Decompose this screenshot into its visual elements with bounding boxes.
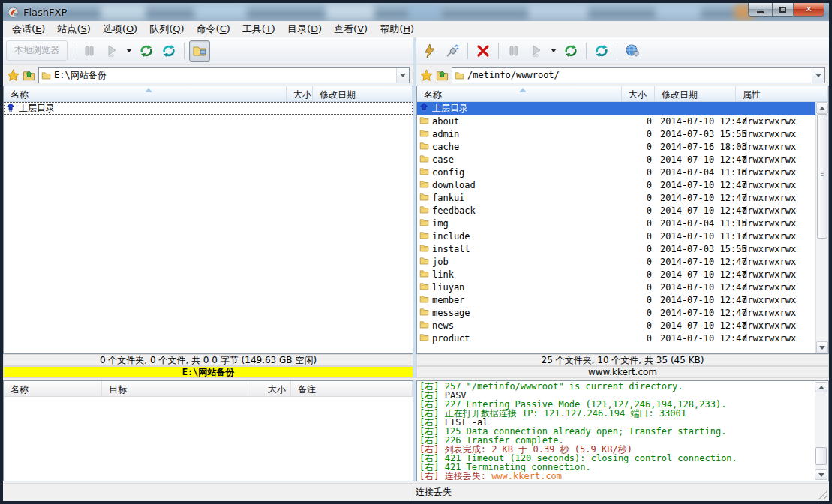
remote-path-combobox[interactable]: /metinfo/wwwroot/ [452,67,825,83]
file-row[interactable]: install02014-07-03 15:55drwxrwxrwx [417,242,815,255]
log-scrollbar[interactable] [815,382,827,480]
file-row[interactable]: admin02014-07-03 15:55drwxrwxrwx [417,128,815,140]
menu-item[interactable]: 队列(Q) [143,21,190,38]
start-queue-button[interactable]: GO [526,40,547,62]
folder-view-toggle-button[interactable] [189,40,210,62]
remote-path-dropdown-button[interactable] [812,68,824,82]
file-row[interactable]: product02014-07-10 12:47drwxrwxrwx [417,332,815,344]
local-path-combobox[interactable]: E:\网站备份 [38,67,410,83]
log-link[interactable]: www.kkert.com [486,471,562,480]
menu-item[interactable]: 查看(V) [328,21,374,38]
queue-column-target[interactable]: 目标 [102,381,248,396]
file-attr: drwxrwxrwx [736,142,815,152]
log-lines[interactable]: [右] 257 "/metinfo/wwwroot" is current di… [419,382,815,480]
column-header-date[interactable]: 修改日期 [655,86,736,101]
menu-item[interactable]: 会话(E) [6,21,51,38]
folder-icon [419,256,429,266]
local-file-list[interactable]: 上层目录 [4,102,413,353]
favorites-star-icon[interactable] [7,69,20,82]
favorites-star-icon[interactable] [420,69,433,82]
file-size: 0 [622,206,655,216]
start-dropdown-caret-icon[interactable] [126,49,132,52]
site-manager-button[interactable] [622,40,643,62]
scroll-down-button[interactable] [816,341,828,353]
start-queue-button[interactable]: GO [101,40,122,62]
refresh-remote-button[interactable] [591,40,612,62]
file-row[interactable]: job02014-07-10 12:47drwxrwxrwx [417,255,815,268]
folder-icon-slot [419,179,429,191]
sort-ascending-icon [519,88,527,92]
scroll-down-button[interactable] [815,470,827,480]
file-row[interactable]: member02014-07-10 12:47drwxrwxrwx [417,293,815,306]
file-row[interactable]: download02014-07-10 12:47drwxrwxrwx [417,178,815,191]
queue-column-note[interactable]: 备注 [291,381,413,396]
menu-item[interactable]: 命令(C) [191,21,236,38]
menu-item[interactable]: 选项(O) [97,21,143,38]
scrollbar-track[interactable] [815,392,827,470]
menu-item[interactable]: 目录(D) [281,21,328,38]
local-path-dropdown-button[interactable] [396,68,409,82]
remote-file-list[interactable]: 上层目录 about02014-07-10 12:47drwxrwxrwx ad… [417,102,828,353]
file-attr: drwxrwxrwx [736,320,815,331]
file-row[interactable]: about02014-07-10 12:47drwxrwxrwx [417,115,815,128]
file-row[interactable]: case02014-07-10 12:47drwxrwxrwx [417,153,815,166]
quick-connect-button[interactable] [419,40,440,62]
pause-icon [83,45,95,57]
column-header-name[interactable]: 名称 [4,86,287,101]
scroll-up-button[interactable] [815,382,827,392]
folder-view-toggle-icon [192,44,207,58]
queue-column-size[interactable]: 大小 [248,381,291,396]
file-row[interactable]: img02014-07-04 11:15drwxrwxrwx [417,217,815,230]
local-browser-button[interactable]: 本地浏览器 [6,40,68,61]
log-text: 连接丢失: [445,471,486,480]
file-row[interactable]: cache02014-07-16 18:03drwxrwxrwx [417,140,815,153]
file-row[interactable]: fankui02014-07-10 12:47drwxrwxrwx [417,191,815,204]
column-header-size[interactable]: 大小 [287,86,313,101]
file-row[interactable]: include02014-07-10 11:17drwxrwxrwx [417,230,815,242]
file-row[interactable]: message02014-07-10 12:47drwxrwxrwx [417,306,815,319]
remote-list-scrollbar[interactable] [815,102,828,353]
maximize-button[interactable] [772,3,793,16]
transfer-mode-button[interactable] [560,40,581,62]
start-dropdown-caret-icon[interactable] [551,49,557,52]
folder-up-icon[interactable] [23,69,35,82]
column-header-name[interactable]: 名称 [417,86,622,101]
column-header-size[interactable]: 大小 [622,86,655,101]
connect-button[interactable] [442,40,463,62]
resize-grip[interactable] [818,490,827,500]
file-row[interactable]: news02014-07-10 12:47drwxrwxrwx [417,319,815,332]
scrollbar-thumb[interactable] [817,114,827,238]
connection-status-text: 连接丢失 [410,486,829,499]
file-row[interactable]: link02014-07-10 12:47drwxrwxrwx [417,268,815,280]
file-row[interactable]: liuyan02014-07-10 12:47drwxrwxrwx [417,280,815,293]
scrollbar-thumb[interactable] [815,447,827,465]
file-row[interactable]: config02014-07-04 11:16drwxrwxrwx [417,166,815,178]
menu-item[interactable]: 帮助(H) [374,21,420,38]
title-bar[interactable]: FlashFXP ✕ [3,3,829,21]
log-text: 257 "/metinfo/wwwroot" is current direct… [445,382,683,392]
minimize-button[interactable] [748,3,772,16]
column-header-date[interactable]: 修改日期 [313,86,413,101]
menu-item[interactable]: 站点(S) [51,21,96,38]
queue-list[interactable] [4,397,413,481]
glass-reflection [194,4,247,20]
scroll-up-button[interactable] [816,102,828,114]
parent-directory-row[interactable]: 上层目录 [417,102,815,115]
pause-button[interactable] [503,40,524,62]
column-header-attr[interactable]: 属性 [736,86,828,101]
menu-item[interactable]: 工具(T) [236,21,281,38]
queue-column-name[interactable]: 名称 [4,381,102,396]
pause-button[interactable] [79,40,100,62]
folder-up-icon[interactable] [436,69,449,82]
local-path-value: E:\网站备份 [54,69,396,82]
parent-directory-row[interactable]: 上层目录 [4,102,413,115]
file-row[interactable]: feedback02014-07-10 12:47drwxrwxrwx [417,204,815,217]
close-button[interactable]: ✕ [793,3,824,16]
abort-button[interactable] [473,40,494,62]
remote-list-header: 名称 大小 修改日期 属性 [417,86,828,102]
scrollbar-track[interactable] [816,114,828,341]
column-header-label: 名称 [424,89,442,100]
refresh-local-button[interactable] [158,40,179,62]
file-size: 0 [622,269,655,280]
transfer-mode-button[interactable] [136,40,157,62]
